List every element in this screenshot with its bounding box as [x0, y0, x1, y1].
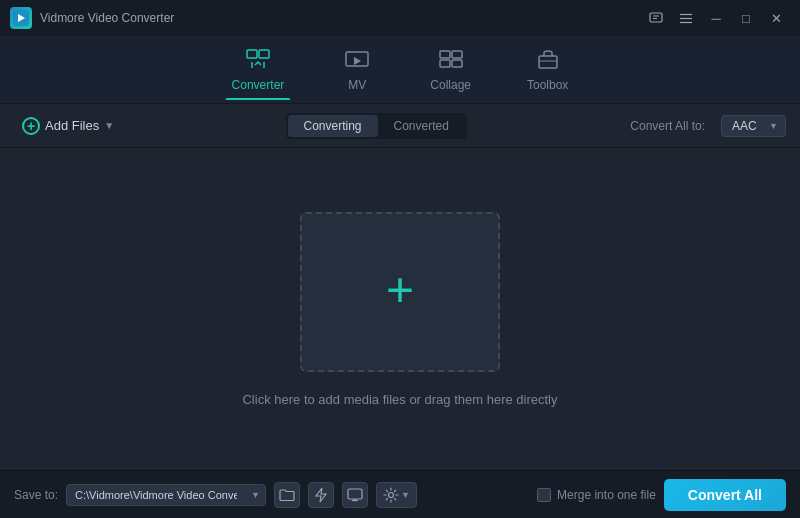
lightning-button[interactable] — [308, 482, 334, 508]
tab-toolbox[interactable]: Toolbox — [499, 40, 596, 100]
mv-icon — [344, 48, 370, 74]
settings-button[interactable]: ▼ — [376, 482, 417, 508]
format-select-wrapper: AAC MP3 MP4 AVI MOV MKV FLAC WAV — [721, 115, 786, 137]
messages-button[interactable] — [642, 7, 670, 29]
window-controls: ─ □ ✕ — [642, 7, 790, 29]
converting-tab[interactable]: Converting — [288, 115, 378, 137]
svg-rect-9 — [259, 50, 269, 58]
main-content: + Click here to add media files or drag … — [0, 148, 800, 470]
svg-rect-16 — [452, 60, 462, 67]
close-button[interactable]: ✕ — [762, 7, 790, 29]
tab-collage-label: Collage — [430, 78, 471, 92]
settings-dropdown-arrow: ▼ — [401, 490, 410, 500]
app-title: Vidmore Video Converter — [40, 11, 174, 25]
screen-button[interactable] — [342, 482, 368, 508]
add-files-dropdown-arrow: ▼ — [104, 120, 114, 131]
maximize-button[interactable]: □ — [732, 7, 760, 29]
save-path-input[interactable] — [66, 484, 266, 506]
toolbox-icon — [535, 48, 561, 74]
drop-zone[interactable]: + — [300, 212, 500, 372]
title-bar-left: Vidmore Video Converter — [10, 7, 174, 29]
converted-tab[interactable]: Converted — [378, 115, 465, 137]
open-folder-button[interactable] — [274, 482, 300, 508]
convert-all-to-label: Convert All to: — [630, 119, 713, 133]
tab-toolbox-label: Toolbox — [527, 78, 568, 92]
converting-tabs: Converting Converted — [286, 113, 467, 139]
hamburger-menu-button[interactable] — [672, 7, 700, 29]
add-files-circle-icon: + — [22, 117, 40, 135]
format-select-wrap: AAC MP3 MP4 AVI MOV MKV FLAC WAV — [721, 115, 786, 137]
drop-hint-text: Click here to add media files or drag th… — [242, 392, 557, 407]
nav-tabs: Converter MV Collage — [0, 36, 800, 104]
svg-rect-14 — [452, 51, 462, 58]
add-files-button[interactable]: + Add Files ▼ — [14, 112, 122, 140]
merge-label-text: Merge into one file — [557, 488, 656, 502]
format-select[interactable]: AAC MP3 MP4 AVI MOV MKV FLAC WAV — [721, 115, 786, 137]
converter-icon — [245, 48, 271, 74]
svg-rect-13 — [440, 51, 450, 58]
toolbar: + Add Files ▼ Converting Converted Conve… — [0, 104, 800, 148]
add-files-label: Add Files — [45, 118, 99, 133]
tab-converter-label: Converter — [232, 78, 285, 92]
svg-rect-19 — [348, 489, 362, 499]
svg-rect-2 — [650, 13, 662, 22]
app-icon — [10, 7, 32, 29]
collage-icon — [438, 48, 464, 74]
tab-mv-label: MV — [348, 78, 366, 92]
minimize-button[interactable]: ─ — [702, 7, 730, 29]
svg-rect-15 — [440, 60, 450, 67]
convert-all-button[interactable]: Convert All — [664, 479, 786, 511]
save-to-label: Save to: — [14, 488, 58, 502]
svg-rect-17 — [539, 56, 557, 68]
svg-rect-8 — [247, 50, 257, 58]
svg-point-22 — [389, 492, 394, 497]
tab-mv[interactable]: MV — [312, 40, 402, 100]
title-bar: Vidmore Video Converter ─ □ ✕ — [0, 0, 800, 36]
path-input-wrap: ▼ — [66, 484, 266, 506]
tab-converter[interactable]: Converter — [204, 40, 313, 100]
tab-collage[interactable]: Collage — [402, 40, 499, 100]
merge-checkbox-label[interactable]: Merge into one file — [537, 488, 656, 502]
status-bar: Save to: ▼ ▼ Merge into one file Convert… — [0, 470, 800, 518]
merge-checkbox[interactable] — [537, 488, 551, 502]
drop-zone-plus-icon: + — [386, 266, 414, 314]
